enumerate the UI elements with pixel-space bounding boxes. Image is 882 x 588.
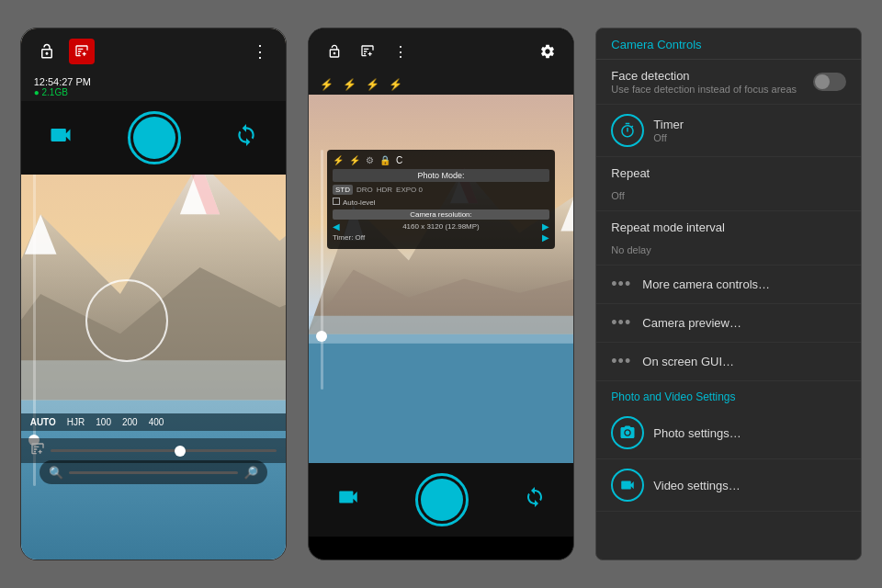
- res-next[interactable]: ▶: [542, 221, 549, 232]
- overlay-flash-icon[interactable]: ⚡: [333, 155, 344, 165]
- mode-icons-row: ⚡ ⚡ ⚙ 🔒 C: [333, 155, 549, 165]
- phone2-exposure-icon[interactable]: [355, 39, 380, 64]
- repeat-interval-item[interactable]: Repeat mode interval No delay: [596, 211, 861, 266]
- resolution-row[interactable]: ◀ 4160 x 3120 (12.98MP) ▶: [333, 221, 549, 232]
- svg-rect-16: [309, 334, 573, 463]
- iso-bar: AUTO HJR 100 200 400: [21, 413, 286, 431]
- phone1-header-left: [34, 39, 95, 64]
- iso-200[interactable]: 200: [122, 417, 138, 427]
- face-detection-text: Face detection Use face detection instea…: [611, 69, 804, 95]
- ev-icon: [30, 442, 45, 459]
- face-detection-label: Face detection: [611, 69, 804, 83]
- shutter-button[interactable]: [128, 111, 181, 164]
- face-detection-toggle[interactable]: [813, 73, 846, 91]
- on-screen-gui-text: On screen GUI…: [642, 355, 846, 368]
- overlay-flash2-icon[interactable]: ⚡: [349, 155, 360, 165]
- iso-hjr[interactable]: HJR: [67, 417, 85, 427]
- phone2-lock-icon[interactable]: [322, 39, 347, 64]
- video-settings-label: Video settings…: [653, 479, 846, 492]
- phone1-footer: [21, 101, 286, 175]
- settings-panel: Camera Controls Face detection Use face …: [595, 28, 862, 560]
- phone2-header: ⋮: [309, 28, 573, 74]
- timer-icon: [611, 114, 644, 147]
- flash-off-icon[interactable]: ⚡: [343, 78, 356, 91]
- phone2-header-left: ⋮: [322, 39, 413, 64]
- svg-rect-17: [309, 316, 573, 344]
- overlay-settings-icon[interactable]: ⚙: [366, 155, 374, 165]
- flash-auto-icon[interactable]: ⚡: [320, 78, 334, 91]
- zoom-track: [69, 471, 238, 474]
- face-detection-item[interactable]: Face detection Use face detection instea…: [596, 60, 861, 105]
- more-camera-controls-item[interactable]: ••• More camera controls…: [596, 266, 861, 304]
- svg-rect-8: [21, 360, 286, 413]
- ev-slider[interactable]: [51, 449, 277, 452]
- phone2-footer: [309, 463, 573, 537]
- phone2-rotate-button[interactable]: [524, 486, 546, 514]
- on-screen-gui-dots-icon: •••: [611, 352, 633, 371]
- flash-on-icon[interactable]: ⚡: [366, 78, 379, 91]
- on-screen-gui-item[interactable]: ••• On screen GUI…: [596, 343, 861, 381]
- mode-dro[interactable]: DRO: [356, 186, 373, 194]
- face-detection-sublabel: Use face detection instead of focus area…: [611, 84, 804, 95]
- timer-item[interactable]: Timer Off: [596, 105, 861, 157]
- phone2-gear-icon[interactable]: [535, 39, 560, 64]
- zoom-out-icon[interactable]: 🔍: [49, 466, 63, 480]
- auto-level-row: Auto-level: [333, 197, 549, 208]
- on-screen-gui-label: On screen GUI…: [642, 355, 846, 368]
- res-prev[interactable]: ◀: [333, 221, 340, 232]
- photo-mode-options: STD DRO HDR EXPO 0: [333, 185, 549, 195]
- overlay-lock-icon[interactable]: 🔒: [379, 155, 390, 165]
- photo-settings-label: Photo settings…: [653, 426, 846, 440]
- photo-settings-text: Photo settings…: [653, 426, 846, 440]
- photo-video-section-title: Photo and Video Settings: [596, 381, 861, 407]
- timer-next[interactable]: ▶: [542, 232, 549, 243]
- phone2-camera-view[interactable]: ⚡ ⚡ ⚙ 🔒 C Photo Mode: STD DRO HDR EXPO 0…: [309, 95, 573, 463]
- auto-level-checkbox[interactable]: [333, 198, 340, 205]
- settings-header: Camera Controls: [596, 28, 861, 60]
- mode-expo[interactable]: EXPO 0: [396, 186, 423, 194]
- resolution-value: 4160 x 3120 (12.98MP): [402, 222, 480, 231]
- repeat-label: Repeat: [611, 166, 650, 180]
- camera-preview-label: Camera preview…: [642, 316, 846, 330]
- photo-mode-overlay[interactable]: ⚡ ⚡ ⚙ 🔒 C Photo Mode: STD DRO HDR EXPO 0…: [327, 150, 555, 249]
- exposure-icon[interactable]: [69, 39, 95, 64]
- camera-preview-item[interactable]: ••• Camera preview…: [596, 304, 861, 343]
- zoom-bar[interactable]: 🔍 🔎: [40, 460, 267, 484]
- flash-torch-icon[interactable]: ⚡: [389, 78, 402, 91]
- timer-text: Timer Off: [653, 118, 846, 143]
- iso-400[interactable]: 400: [149, 417, 164, 427]
- repeat-item[interactable]: Repeat Off: [596, 157, 861, 211]
- phone1-storage: ● 2.1GB: [34, 87, 273, 97]
- timer-label: Timer: [653, 118, 846, 131]
- phone2-video-button[interactable]: [336, 485, 360, 514]
- photo-settings-item[interactable]: Photo settings…: [596, 407, 861, 459]
- app-container: ⋮ 12:54:27 PM ● 2.1GB: [0, 0, 882, 588]
- phone1-status-bar: 12:54:27 PM ● 2.1GB: [21, 74, 286, 101]
- phone-panel-1: ⋮ 12:54:27 PM ● 2.1GB: [20, 28, 287, 560]
- video-settings-icon: [611, 469, 644, 502]
- more-icon[interactable]: ⋮: [247, 39, 273, 64]
- mode-hdr[interactable]: HDR: [377, 186, 392, 194]
- timer-row: Timer: Off ▶: [333, 232, 549, 243]
- phone-panel-2: ⋮ ⚡ ⚡ ⚡ ⚡: [308, 28, 574, 560]
- shutter-inner: [133, 117, 175, 159]
- camera-preview-text: Camera preview…: [642, 316, 846, 330]
- phone2-more-icon[interactable]: ⋮: [388, 39, 413, 64]
- iso-auto[interactable]: AUTO: [30, 417, 56, 427]
- rotate-button[interactable]: [234, 123, 258, 153]
- lock-open-icon[interactable]: [34, 39, 60, 64]
- timer-sublabel: Off: [653, 132, 846, 143]
- iso-100[interactable]: 100: [96, 417, 111, 427]
- video-settings-item[interactable]: Video settings…: [596, 459, 861, 512]
- mode-std[interactable]: STD: [333, 185, 353, 195]
- resolution-header: Camera resolution:: [333, 209, 549, 220]
- video-button[interactable]: [48, 122, 74, 153]
- phone2-shutter-button[interactable]: [415, 473, 469, 526]
- phone1-header: ⋮: [21, 28, 286, 74]
- zoom-in-icon[interactable]: 🔎: [243, 466, 258, 480]
- phone1-time: 12:54:27 PM: [34, 76, 273, 87]
- timer-value[interactable]: Timer: Off: [333, 233, 365, 242]
- more-camera-dots-icon: •••: [611, 275, 633, 294]
- focus-circle: [85, 279, 168, 362]
- repeat-interval-label: Repeat mode interval: [611, 220, 725, 234]
